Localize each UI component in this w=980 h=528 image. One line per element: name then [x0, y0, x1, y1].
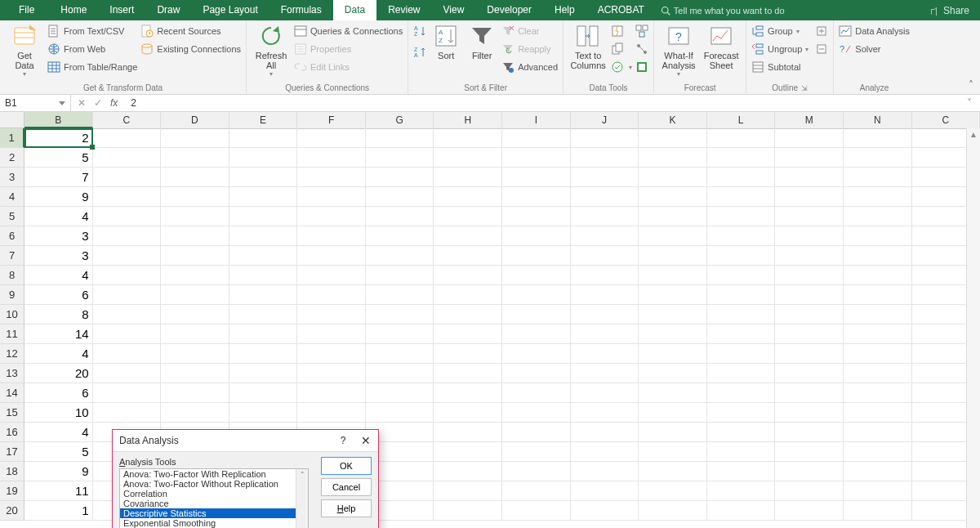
- text-to-columns-button[interactable]: Text to Columns: [568, 23, 608, 77]
- cell[interactable]: [366, 226, 434, 246]
- row-header-7[interactable]: 7: [0, 246, 24, 266]
- cell[interactable]: [229, 168, 298, 187]
- cell[interactable]: [502, 442, 571, 462]
- cell[interactable]: [502, 207, 571, 226]
- cell[interactable]: [502, 168, 571, 187]
- cell[interactable]: [161, 403, 229, 423]
- cell[interactable]: [502, 462, 571, 481]
- cell[interactable]: [707, 266, 776, 285]
- dialog-titlebar[interactable]: Data Analysis ? ✕: [113, 430, 378, 452]
- cell[interactable]: [639, 187, 707, 207]
- data-analysis-button[interactable]: Data Analysis: [839, 23, 910, 39]
- share-button[interactable]: Share: [930, 5, 976, 16]
- hide-detail-button[interactable]: [815, 41, 828, 57]
- row-header-20[interactable]: 20: [0, 501, 24, 521]
- cell[interactable]: [844, 246, 912, 266]
- cell[interactable]: [844, 128, 912, 148]
- cell[interactable]: 1: [24, 501, 93, 521]
- cell[interactable]: [161, 246, 229, 266]
- cell[interactable]: [571, 128, 639, 148]
- cell[interactable]: [229, 187, 298, 207]
- cell[interactable]: [844, 383, 912, 403]
- column-header-H[interactable]: H: [434, 112, 502, 128]
- cell[interactable]: [434, 148, 502, 168]
- cell[interactable]: [366, 168, 434, 187]
- cell[interactable]: [434, 481, 502, 501]
- cell[interactable]: [93, 128, 162, 148]
- cell[interactable]: 20: [24, 364, 93, 383]
- cell[interactable]: [297, 285, 366, 305]
- clear-filter-button[interactable]: Clear: [501, 23, 558, 39]
- cell[interactable]: [775, 266, 844, 285]
- subtotal-button[interactable]: Subtotal: [751, 59, 808, 75]
- cell[interactable]: [93, 148, 162, 168]
- cell[interactable]: [775, 423, 844, 442]
- cell[interactable]: [571, 442, 639, 462]
- cell[interactable]: [707, 148, 776, 168]
- select-all-corner[interactable]: [0, 112, 24, 128]
- tab-view[interactable]: View: [432, 0, 476, 20]
- cell[interactable]: [502, 148, 571, 168]
- row-header-4[interactable]: 4: [0, 187, 24, 207]
- refresh-all-button[interactable]: Refresh All ▾: [252, 23, 291, 77]
- cell[interactable]: [639, 481, 707, 501]
- cell[interactable]: 3: [24, 226, 93, 246]
- cell[interactable]: [229, 128, 298, 148]
- scroll-up-icon[interactable]: ˄: [296, 469, 308, 481]
- cell[interactable]: [844, 226, 912, 246]
- cell[interactable]: [229, 266, 298, 285]
- row-header-6[interactable]: 6: [0, 226, 24, 246]
- cell[interactable]: [639, 383, 707, 403]
- cell[interactable]: [93, 383, 162, 403]
- cell[interactable]: [502, 305, 571, 324]
- cell[interactable]: [571, 462, 639, 481]
- cell[interactable]: [161, 168, 229, 187]
- cell[interactable]: [434, 501, 502, 521]
- cell[interactable]: [571, 148, 639, 168]
- cell[interactable]: [707, 285, 776, 305]
- tab-home[interactable]: Home: [49, 0, 98, 20]
- row-header-19[interactable]: 19: [0, 481, 24, 501]
- cell[interactable]: [707, 187, 776, 207]
- cell[interactable]: [366, 207, 434, 226]
- group-rows-button[interactable]: Group ▾: [751, 23, 808, 39]
- ok-button[interactable]: OK: [321, 457, 372, 475]
- cell[interactable]: [844, 187, 912, 207]
- edit-links-button[interactable]: Edit Links: [294, 59, 403, 75]
- sort-asc-button[interactable]: AZ: [413, 23, 426, 39]
- cell[interactable]: [639, 403, 707, 423]
- cell[interactable]: 5: [24, 442, 93, 462]
- cell[interactable]: [434, 344, 502, 364]
- list-item[interactable]: Anova: Two-Factor With Replication: [120, 469, 308, 479]
- column-header-I[interactable]: I: [502, 112, 571, 128]
- cell[interactable]: [844, 403, 912, 423]
- cell[interactable]: [366, 285, 434, 305]
- list-item[interactable]: Correlation: [120, 489, 308, 499]
- recent-sources-button[interactable]: Recent Sources: [140, 23, 241, 39]
- scroll-up-icon[interactable]: ▲: [967, 128, 980, 141]
- cell[interactable]: [639, 501, 707, 521]
- cell[interactable]: [161, 344, 229, 364]
- cell[interactable]: [229, 383, 298, 403]
- cell[interactable]: [366, 344, 434, 364]
- cell[interactable]: [229, 226, 298, 246]
- remove-duplicates-button[interactable]: [611, 41, 632, 57]
- row-header-2[interactable]: 2: [0, 148, 24, 168]
- cell[interactable]: [844, 266, 912, 285]
- cell[interactable]: [434, 423, 502, 442]
- cell[interactable]: [775, 305, 844, 324]
- cell[interactable]: 6: [24, 285, 93, 305]
- cell[interactable]: [297, 266, 366, 285]
- cell[interactable]: [366, 305, 434, 324]
- cell[interactable]: [229, 324, 298, 344]
- cell[interactable]: 4: [24, 266, 93, 285]
- cell[interactable]: [502, 501, 571, 521]
- row-header-10[interactable]: 10: [0, 305, 24, 324]
- cell[interactable]: [434, 383, 502, 403]
- row-header-8[interactable]: 8: [0, 266, 24, 285]
- get-data-button[interactable]: Get Data ▾: [5, 23, 44, 77]
- filter-button[interactable]: Filter: [466, 23, 498, 77]
- cell[interactable]: [434, 442, 502, 462]
- cell[interactable]: [571, 501, 639, 521]
- cell[interactable]: [571, 246, 639, 266]
